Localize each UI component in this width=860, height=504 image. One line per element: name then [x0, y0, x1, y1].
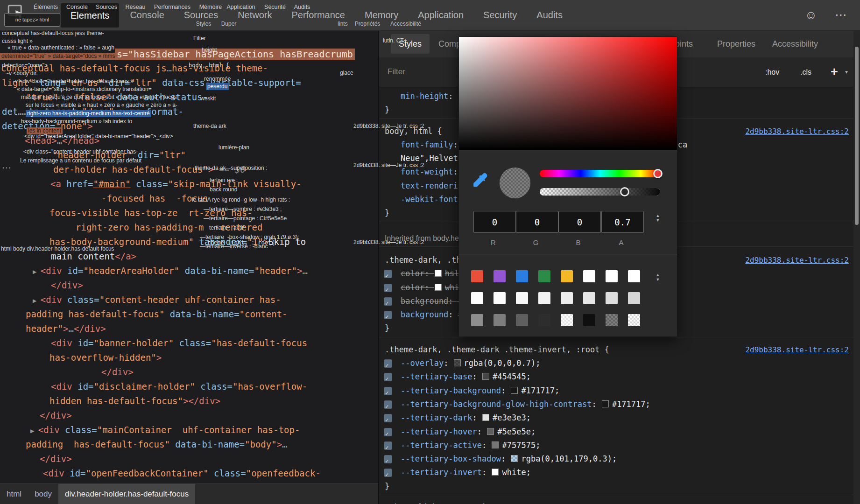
dom-tree-line[interactable]: der-holder has-default-focus"> == $0: [0, 162, 378, 177]
styles-tab-properties[interactable]: Properties: [717, 30, 755, 57]
color-swatch[interactable]: [492, 469, 499, 476]
dom-tree-line[interactable]: right-zero has-padding-m -centered: [0, 220, 378, 235]
breadcrumb-item[interactable]: html: [0, 484, 28, 504]
alpha-slider[interactable]: [540, 188, 660, 196]
alpha-value-input[interactable]: [601, 211, 644, 233]
toolbar-tab-network[interactable]: Network: [228, 0, 282, 30]
styles-scrollbar-thumb[interactable]: [855, 47, 859, 225]
dom-tree-line[interactable]: header">…</div>: [0, 322, 378, 336]
dom-tree-line[interactable]: <div id="openFeedbackContainer" class="o…: [0, 466, 378, 481]
dom-tree-line[interactable]: has-body-background-medium" tabindex="1"…: [0, 235, 378, 249]
dom-tree-line[interactable]: ▶ <div id="headerAreaHolder" data-bi-nam…: [0, 264, 378, 278]
dom-tree-line[interactable]: detection="none">: [0, 119, 378, 133]
declaration-checkbox[interactable]: [384, 297, 392, 306]
palette-swatch[interactable]: [606, 314, 618, 326]
blue-value-input[interactable]: [558, 211, 601, 233]
declaration-checkbox[interactable]: [384, 400, 392, 409]
palette-swatch[interactable]: [516, 270, 528, 282]
palette-swatch[interactable]: [561, 314, 573, 326]
toolbar-tab-elements[interactable]: Elements: [61, 3, 119, 28]
color-swatch[interactable]: [435, 284, 442, 291]
palette-swatch[interactable]: [493, 314, 506, 326]
palette-swatch[interactable]: [606, 292, 618, 304]
declaration-checkbox[interactable]: [384, 373, 392, 381]
dom-tree-line[interactable]: <div id="disclaimer-holder" class="has-o…: [0, 379, 378, 394]
declaration-checkbox[interactable]: [384, 311, 392, 319]
palette-swatch[interactable]: [471, 270, 483, 282]
dom-tree-line[interactable]: </div>: [0, 452, 378, 466]
palette-swatch[interactable]: [471, 292, 483, 304]
declaration-checkbox[interactable]: [384, 414, 392, 422]
palette-swatch[interactable]: [516, 314, 528, 326]
declaration-checkbox[interactable]: [384, 270, 392, 278]
toolbar-tab-application[interactable]: Application: [408, 0, 473, 30]
palette-swatch[interactable]: [538, 292, 550, 304]
color-swatch[interactable]: [511, 387, 518, 394]
palette-swatch[interactable]: [628, 314, 640, 326]
palette-swatch[interactable]: [516, 292, 528, 304]
toggle-element-state-button[interactable]: :hov: [765, 57, 779, 87]
palette-swatch[interactable]: [606, 270, 618, 282]
hue-slider-handle[interactable]: [653, 169, 663, 178]
dom-tree-line[interactable]: ▶ <div class="content-header uhf-contain…: [0, 293, 378, 307]
styles-tab-accessibility[interactable]: Accessibility: [772, 30, 818, 57]
overflow-menu-icon[interactable]: ⋯: [835, 8, 847, 22]
palette-swatch[interactable]: [471, 314, 483, 326]
declaration-checkbox[interactable]: [384, 455, 392, 463]
dom-tree-line[interactable]: </div>: [0, 365, 378, 379]
dom-tree-line[interactable]: ▶ <div class="mainContainer uhf-containe…: [0, 423, 378, 437]
palette-swatch[interactable]: [583, 314, 595, 326]
palette-swatch[interactable]: [538, 314, 550, 326]
declaration-checkbox[interactable]: [384, 428, 392, 436]
feedback-smiley-icon[interactable]: ☺: [804, 8, 817, 22]
saturation-brightness-gradient[interactable]: [459, 37, 677, 150]
dom-tree-line[interactable]: light" lang="en-us" dir="ltr" data-css-v…: [0, 76, 378, 90]
css-source-link[interactable]: 2d9bb338.site-ltr.css:2: [745, 501, 849, 504]
dom-tree-line[interactable]: <head>…</head>: [0, 133, 378, 148]
style-rule-caret-icon[interactable]: ▾: [845, 57, 848, 87]
declaration-checkbox[interactable]: [384, 441, 392, 450]
styles-tab-styles[interactable]: Styles: [391, 34, 430, 54]
dom-tree-line[interactable]: </div>: [0, 278, 378, 293]
palette-swatch[interactable]: [628, 292, 640, 304]
alpha-slider-handle[interactable]: [620, 187, 629, 196]
dom-tree-line[interactable]: has-overflow-hidden">: [0, 350, 378, 365]
declaration-checkbox[interactable]: [384, 359, 392, 368]
dom-tree-line[interactable]: focus-visible has-top-ze rt-zero has-: [0, 206, 378, 220]
toolbar-tab-security[interactable]: Security: [473, 0, 527, 30]
dom-tree-line[interactable]: det……ta-target="docs" x-ms-format-: [0, 105, 378, 119]
dom-tree-line[interactable]: <a href="#main" class="skip-main-link vi…: [0, 177, 378, 191]
toolbar-tab-audits[interactable]: Audits: [527, 0, 572, 30]
red-value-input[interactable]: [473, 211, 516, 233]
eyedropper-icon[interactable]: [470, 171, 489, 190]
dom-tree-line[interactable]: "true" … "false" data-auth-status-: [0, 90, 378, 105]
color-swatch[interactable]: [482, 373, 489, 380]
declaration-checkbox[interactable]: [384, 469, 392, 477]
dom-tree-line[interactable]: -focused has -focus: [0, 191, 378, 206]
toolbar-tab-console[interactable]: Console: [120, 0, 174, 30]
dom-tree-line[interactable]: hidden has-default-focus"></div>: [0, 394, 378, 408]
dom-tree-line[interactable]: conceptual has-default-focus js…has-visi…: [0, 61, 378, 76]
toolbar-tab-sources[interactable]: Sources: [174, 0, 228, 30]
element-classes-button[interactable]: .cls: [800, 57, 811, 87]
new-style-rule-button[interactable]: +: [831, 57, 838, 87]
palette-swatch[interactable]: [561, 270, 573, 282]
breadcrumb-item[interactable]: div.header-holder.has-default-focus: [58, 484, 195, 504]
toolbar-tab-performance[interactable]: Performance: [282, 0, 355, 30]
dom-tree-line[interactable]: </div>: [0, 408, 378, 423]
palette-swatch[interactable]: [583, 270, 595, 282]
breadcrumb-item[interactable]: body: [28, 484, 58, 504]
color-swatch[interactable]: [511, 455, 518, 462]
color-swatch[interactable]: [487, 428, 494, 435]
color-swatch[interactable]: [492, 441, 499, 448]
hue-slider[interactable]: [540, 170, 660, 177]
color-swatch[interactable]: [454, 359, 461, 366]
color-format-switcher-icon[interactable]: ▲▼: [654, 213, 662, 223]
dom-tree-line[interactable]: main content</a>: [0, 249, 378, 264]
palette-swatch[interactable]: [493, 292, 506, 304]
css-source-link[interactable]: 2d9bb338.site-ltr.css:2: [745, 253, 849, 267]
declaration-checkbox[interactable]: [384, 387, 392, 395]
css-source-link[interactable]: 2d9bb338.site-ltr.css:2: [745, 125, 849, 138]
css-source-link[interactable]: 2d9bb338.site-ltr.css:2: [745, 343, 849, 357]
color-swatch[interactable]: [602, 400, 609, 407]
